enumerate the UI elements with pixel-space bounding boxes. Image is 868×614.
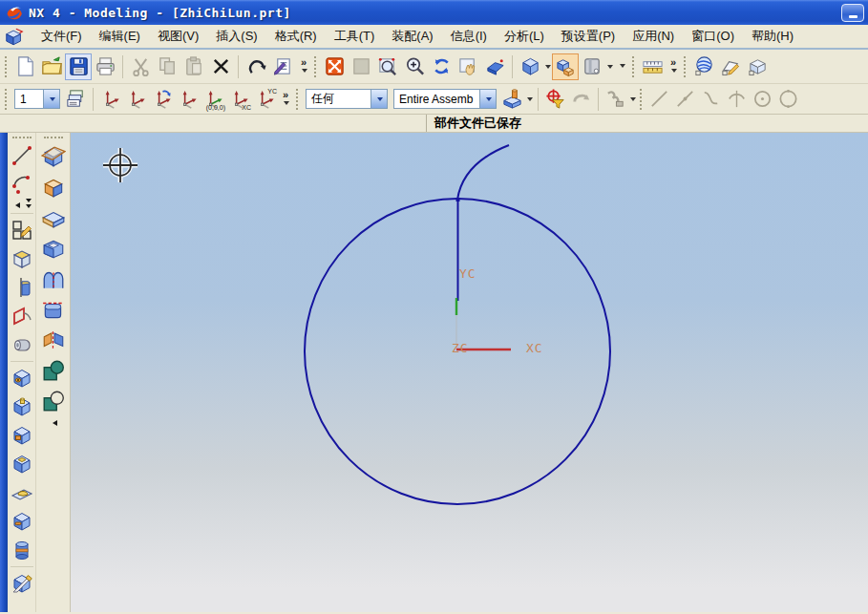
measure-button[interactable]	[639, 53, 666, 80]
line-button[interactable]	[9, 141, 35, 170]
model-spline[interactable]	[457, 145, 509, 200]
wcs-orient-button[interactable]	[175, 87, 201, 112]
zoom-area-button[interactable]	[374, 53, 401, 80]
circle-center-tool-button[interactable]	[750, 87, 775, 112]
extrude-solid-button[interactable]	[38, 172, 69, 202]
menu-application[interactable]: 应用(N)	[624, 25, 683, 48]
arc-button[interactable]	[9, 170, 35, 199]
work-layer-combo[interactable]: 1	[14, 89, 60, 109]
menu-window[interactable]: 窗口(O)	[683, 25, 743, 48]
selection-filter-combo[interactable]: 任何	[306, 89, 388, 109]
open-button[interactable]	[38, 53, 65, 80]
draft-analysis-button[interactable]	[744, 53, 771, 80]
menu-insert[interactable]: 插入(S)	[207, 25, 265, 48]
menu-preferences[interactable]: 预设置(P)	[553, 25, 624, 48]
layer-settings-button[interactable]	[63, 87, 89, 112]
groove-button[interactable]	[9, 536, 35, 564]
menu-tools[interactable]: 工具(T)	[326, 25, 384, 48]
new-button[interactable]	[11, 53, 38, 80]
subtract-button[interactable]	[38, 386, 69, 416]
undo-button[interactable]	[243, 53, 269, 80]
wcs-change-yc-button[interactable]: YC	[252, 87, 278, 112]
menu-assemblies[interactable]: 装配(A)	[383, 25, 441, 48]
standard-toolbar-overflow-button[interactable]: »	[296, 53, 311, 80]
sweep-button[interactable]	[9, 302, 35, 330]
wcs-origin-button[interactable]	[123, 87, 149, 112]
combo-dropdown-button[interactable]	[479, 90, 496, 108]
save-button[interactable]	[65, 53, 92, 80]
pocket-button[interactable]	[9, 421, 35, 450]
zoom-in-out-button[interactable]	[401, 53, 428, 80]
wcs-rotate-button[interactable]	[149, 87, 175, 112]
model-point[interactable]	[456, 198, 460, 201]
toolbar-collapse-button[interactable]	[40, 416, 67, 429]
paste-button[interactable]	[180, 53, 207, 80]
sketch-button[interactable]	[9, 216, 35, 244]
snap-point-button[interactable]	[542, 87, 568, 112]
pad-button[interactable]	[9, 450, 35, 478]
assembly-context-button[interactable]	[499, 87, 525, 112]
revolve-button[interactable]	[9, 273, 35, 302]
menu-help[interactable]: 帮助(H)	[743, 25, 802, 48]
swept-button[interactable]	[38, 264, 69, 294]
view-toolbar-options-button[interactable]	[614, 53, 629, 80]
reset-selection-button[interactable]	[568, 87, 594, 112]
print-button[interactable]	[92, 53, 118, 80]
selection-scope-combo[interactable]: Entire Assemb	[393, 89, 497, 109]
clip-section-button[interactable]	[579, 53, 605, 80]
menu-information[interactable]: 信息(I)	[442, 25, 496, 48]
emboss-button[interactable]	[9, 478, 35, 507]
wcs-change-xc-button[interactable]: XC	[226, 87, 252, 112]
edit-list-button[interactable]	[269, 53, 296, 80]
section-analysis-button[interactable]	[717, 53, 744, 80]
shaded-view-button[interactable]	[517, 53, 543, 80]
boss-button[interactable]	[9, 392, 35, 421]
toolbar-grip[interactable]	[632, 56, 634, 77]
block-button[interactable]	[38, 202, 69, 233]
circle-tool-button[interactable]	[775, 87, 801, 112]
cut-button[interactable]	[127, 53, 154, 80]
toolbar-expand-row[interactable]	[9, 199, 35, 211]
face-analysis-button[interactable]	[690, 53, 717, 80]
interpart-link-button[interactable]	[603, 87, 628, 112]
chevron-down-icon[interactable]	[607, 65, 613, 72]
shell-button[interactable]	[38, 233, 69, 264]
perspective-button[interactable]	[481, 53, 508, 80]
line-tool-button[interactable]	[646, 87, 672, 112]
zoom-inactive-button[interactable]	[348, 53, 374, 80]
wcs-dynamics-button[interactable]	[97, 87, 123, 112]
orient-view-button[interactable]	[552, 53, 579, 80]
app-menu-icon[interactable]	[4, 27, 25, 46]
extrude-button[interactable]	[9, 244, 35, 273]
combo-dropdown-button[interactable]	[43, 90, 59, 108]
toolbar-grip[interactable]	[684, 56, 686, 77]
title-bar[interactable]: NX 4 - Modeling - [ZhiChiLun.prt]	[0, 0, 868, 25]
slot-button[interactable]	[9, 507, 35, 536]
wcs-set-to-absolute-button[interactable]: (0,0,0)	[201, 87, 226, 112]
tube-button[interactable]	[9, 330, 35, 359]
split-body-button[interactable]	[38, 325, 69, 355]
menu-edit[interactable]: 编辑(E)	[91, 25, 149, 48]
datum-plane-button[interactable]	[38, 141, 69, 172]
chevron-down-icon[interactable]	[630, 97, 636, 104]
menu-format[interactable]: 格式(R)	[266, 25, 326, 48]
rotate-view-button[interactable]	[428, 53, 455, 80]
minimize-button[interactable]	[841, 4, 864, 22]
chevron-down-icon[interactable]	[527, 97, 533, 104]
unite-button[interactable]	[38, 355, 69, 386]
toolbar-grip[interactable]	[12, 137, 32, 138]
menu-file[interactable]: 文件(F)	[32, 25, 91, 48]
combo-dropdown-button[interactable]	[370, 90, 387, 108]
delete-button[interactable]	[207, 53, 234, 80]
toolbar-grip[interactable]	[314, 56, 316, 77]
toolbar-grip[interactable]	[5, 56, 7, 77]
spline-tool-button[interactable]	[698, 87, 724, 112]
chevron-down-icon[interactable]	[545, 65, 551, 72]
toolbar-grip[interactable]	[296, 89, 298, 110]
copy-button[interactable]	[154, 53, 180, 80]
toolbar-grip[interactable]	[640, 89, 642, 110]
toolbar-grip[interactable]	[44, 137, 63, 138]
menu-view[interactable]: 视图(V)	[149, 25, 207, 48]
wcs-toolbar-overflow-button[interactable]: »	[278, 86, 293, 113]
utility-toolbar-overflow-button[interactable]: »	[666, 53, 681, 80]
